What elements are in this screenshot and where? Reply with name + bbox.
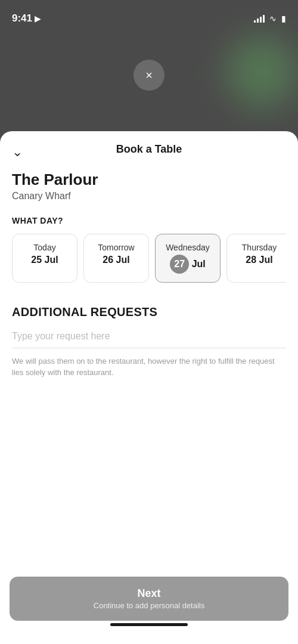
date-day-num: 26 Jul <box>94 255 139 265</box>
status-bar: 9:41 ▶ ∿ ▮ <box>0 0 298 30</box>
date-highlight: 27 <box>170 255 189 274</box>
next-button-sublabel: Continue to add personal details <box>94 601 204 610</box>
request-input[interactable] <box>12 327 286 348</box>
date-day-name: Thursday <box>237 243 282 252</box>
request-note: We will pass them on to the restaurant, … <box>12 355 286 379</box>
sheet-header: ⌄ Book a Table <box>0 131 298 162</box>
booking-sheet: ⌄ Book a Table The Parlour Canary Wharf … <box>0 131 298 644</box>
date-card[interactable]: Thursday28 Jul <box>226 234 286 283</box>
chevron-down-icon[interactable]: ⌄ <box>12 144 23 160</box>
date-scroller[interactable]: Today25 JulTomorrow26 JulWednesday27 Jul… <box>12 234 286 287</box>
battery-icon: ▮ <box>281 14 286 23</box>
restaurant-location: Canary Wharf <box>12 191 286 202</box>
signal-icon <box>254 14 265 23</box>
location-arrow-icon: ▶ <box>35 14 41 23</box>
date-day-num: 25 Jul <box>22 255 67 265</box>
date-day-num: 27 Jul <box>170 255 206 274</box>
additional-requests-title: ADDITIONAL REQUESTS <box>12 305 286 319</box>
additional-requests-section: ADDITIONAL REQUESTS We will pass them on… <box>12 305 286 379</box>
wifi-icon: ∿ <box>269 14 277 23</box>
sheet-body: The Parlour Canary Wharf WHAT DAY? Today… <box>0 162 298 568</box>
date-day-name: Wednesday <box>165 243 210 252</box>
next-button[interactable]: Next Continue to add personal details <box>10 577 288 621</box>
date-day-num: 28 Jul <box>237 255 282 265</box>
sheet-title: Book a Table <box>116 143 182 156</box>
date-card[interactable]: Tomorrow26 Jul <box>83 234 149 283</box>
date-card[interactable]: Wednesday27 Jul <box>155 234 221 283</box>
close-button-wrap: × <box>134 60 164 91</box>
close-button[interactable]: × <box>134 60 164 91</box>
status-time: 9:41 ▶ <box>12 13 41 24</box>
next-button-section: Next Continue to add personal details <box>0 568 298 644</box>
home-indicator <box>110 623 188 626</box>
next-button-label: Next <box>137 587 160 600</box>
date-month: Jul <box>189 259 206 269</box>
date-day-name: Tomorrow <box>94 243 139 252</box>
date-card[interactable]: Today25 Jul <box>12 234 77 283</box>
what-day-label: WHAT DAY? <box>12 216 286 225</box>
restaurant-name: The Parlour <box>12 171 286 188</box>
status-icons: ∿ ▮ <box>254 14 286 23</box>
date-day-name: Today <box>22 243 67 252</box>
time-display: 9:41 <box>12 13 32 24</box>
